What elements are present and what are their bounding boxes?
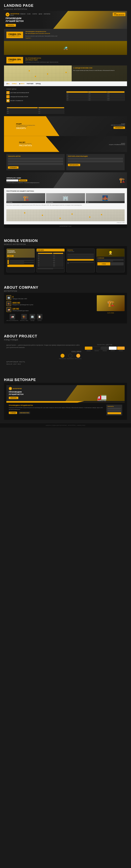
ap-palette-hex-4: #FFFFFF xyxy=(109,350,116,351)
ms-form-field-2[interactable] xyxy=(67,255,94,257)
lp-discount2-text: МЫ ПРОИЗВОДИМ БЕТОН ДЛЯ ЛЮБЫХ ЗАДАЧ Прои… xyxy=(25,57,58,63)
lp-order-btn[interactable]: ЗАКАЗАТЬ xyxy=(6,24,16,27)
ap-palette-item-4: #FFFFFF xyxy=(109,347,116,351)
ms-hero-1: ПРОИЗВОДИМЛУЧШИЙ БЕТОН ЗАКАЗАТЬ xyxy=(6,249,35,258)
lp-nav-item[interactable]: УСЛУГИ xyxy=(32,13,37,14)
lp-partner-3: ◆ ЛОГО xyxy=(19,83,25,85)
lp-catalog-left: 🚚 ДОСТАВКА БЕТОНОМЕШАЛКОЙ 🏗️ АРЕНДА БЕТО… xyxy=(6,91,65,104)
fp-form-mini: ЗАКАЗАТЬ xyxy=(106,405,122,415)
ap-color-swatch-3 xyxy=(76,354,80,358)
lp-discount2-orange: СКИДКА 30% НА БЕТОН xyxy=(6,57,23,63)
ap-palette-item-5: #F5A623 xyxy=(117,347,125,351)
about-machine: 🏗️ xyxy=(97,295,125,311)
about-project-section: ABOUT PROJECT ЛЭНД ПЭЙДЖ Данный проект —… xyxy=(0,331,131,370)
lp-hero-text: ПРОИЗВОДИМ ЛУЧШИЙ БЕТОН ЗАКАЗАТЬ xyxy=(6,17,24,27)
about-icon-4: 📋 СЕРВИС xyxy=(37,314,43,321)
lp-diagonal-desc-1: НАСТОЯЩИЙ БЕТОНОМЕШАЛКА xyxy=(16,125,35,126)
lp-cf-btn[interactable]: ЗАКАЗАТЬ xyxy=(19,180,27,181)
mobile-section-header: MOBILE VERSION MOBILE ИНТЕРПРОМ xyxy=(0,235,131,246)
about-content: 🏢 4 Завода в Москве и МО 🏗️ 4000 М3 Мощн… xyxy=(4,293,127,323)
lp-nav-item[interactable]: ГЛАВНАЯ xyxy=(20,13,25,14)
ms-line-3 xyxy=(9,262,34,263)
fp-hero-bg xyxy=(66,385,125,401)
ms-form-field-1[interactable] xyxy=(67,254,94,255)
fp-mini-field-2[interactable] xyxy=(107,410,121,412)
fp-mini-field-1[interactable] xyxy=(107,408,121,409)
lp-nav-item[interactable]: О НАС xyxy=(27,13,31,14)
ms-stat-1: 4 ЗАВОДА xyxy=(97,262,110,266)
lp-diagonal-content-2: РАСЧЁТ СТОИМОСТИ ЗАКАЗА РАССЧИТАТЬ xyxy=(19,142,32,147)
ap-colors-label-right: COLORS xyxy=(6,350,82,352)
fp-hero-logo: И ИНТЕРПРОМ xyxy=(9,387,24,390)
lp-logo: И ИНТЕРПРОМ БЕТОН xyxy=(6,12,19,17)
lp-diagonal-sub-r-2: АКЦИЯ СТРОЙМАТЕРИАЛЫ xyxy=(109,144,125,145)
lp-partner-5: БРЕНД xyxy=(36,83,41,84)
ap-palette-swatch-3 xyxy=(101,347,108,350)
landing-section-header: LANDING PAGE LANDING ИНТЕРПРОМ xyxy=(0,0,131,11)
lp-form-field-name2[interactable] xyxy=(68,158,123,160)
lp-form-field-phone2[interactable] xyxy=(68,160,123,162)
lp-discount-orange: СКИДКА 15% НА ПЕРВЫЙ ЗАКАЗ xyxy=(6,32,23,38)
lp-diagonal-right-1: АКЦИЯ АВТОБЕТОНОМЕШАЛКА АРЕНДОВАТЬ xyxy=(111,123,125,129)
ms-btn-1[interactable]: ЗАКАЗАТЬ xyxy=(7,255,14,257)
ms-about-line-3 xyxy=(97,261,113,261)
lp-diagonal-right-2: АКЦИЯ АКЦИЯ СТРОЙМАТЕРИАЛЫ xyxy=(109,143,125,145)
ap-right: Палитра цветов #E8A000 #1A1A1A #2A2A2A xyxy=(85,344,125,352)
lp-portfolio-map: г. Москва и МО xyxy=(4,208,127,224)
about-stat-icon-1: 🏢 xyxy=(6,295,11,300)
mobile-title: MOBILE VERSION xyxy=(4,239,127,243)
ap-fonts: REGULAR · LIGHT · BOLD xyxy=(6,364,82,365)
fp-badges: 4 ЗАВОДА 4000 М3/СУТКИ xyxy=(9,412,104,414)
lp-discount2-badge: СКИДКА 30% xyxy=(8,59,21,61)
ms-content-1: 24/7 xyxy=(6,258,35,268)
lp-form-submit-1[interactable]: ОТПРАВИТЬ xyxy=(8,166,19,169)
lp-portfolio: ПОСТРОИЛИ ИЗ НАШЕГО БЕТОНА: 🏗️ ЖК Москва… xyxy=(4,188,127,208)
ms-about-title: О КОМПАНИИ xyxy=(97,257,124,259)
ap-palette-swatch-4 xyxy=(109,347,116,350)
fp-mini-btn[interactable] xyxy=(107,412,121,414)
ap-palette-item-1: #E8A000 xyxy=(85,347,93,351)
ap-color-swatch-2 xyxy=(68,354,72,358)
about-stat-1: 🏢 4 Завода в Москве и МО xyxy=(6,295,95,300)
lp-diagonal-btn-1[interactable]: ЗАКАЗАТЬ xyxy=(16,127,35,129)
lp-form-submit-2[interactable]: ПЕРЕЗВОНИТЬ xyxy=(68,164,80,166)
lp-diagonal-btn-2[interactable]: РАССЧИТАТЬ xyxy=(19,145,32,147)
ms-img-area-4: 👷 xyxy=(97,249,125,257)
final-section-header: НАШ БЕТОНАРЕ xyxy=(0,374,131,383)
about-stat-2: 🏗️ 4000 М3 Мощность производства в сутки xyxy=(6,301,95,306)
lp-discount-sub: НА ПЕРВЫЙ ЗАКАЗ xyxy=(8,35,21,37)
lp-diagonal-btn-r-1[interactable]: АРЕНДОВАТЬ xyxy=(113,127,125,129)
lp-form-field-name[interactable] xyxy=(8,158,63,160)
about-icon-2: 🏗️ АВТОРАСС-ЫВЩ xyxy=(20,314,28,321)
ap-palette-hex-1: #E8A000 xyxy=(85,350,93,351)
lp-nav-item[interactable]: КОНТАКТЫ xyxy=(44,13,50,14)
about-stat-num-3: 100 М3 xyxy=(12,308,29,310)
ms-form-field-3[interactable] xyxy=(67,257,94,259)
lp-logo-text: ИНТЕРПРОМ БЕТОН xyxy=(10,13,19,16)
about-stat-text-2: 4000 М3 Мощность производства в сутки xyxy=(12,302,33,305)
lp-catalog-right: МАРКА ЦЕНА ТИП B152800М200 B203100М250 B… xyxy=(66,91,125,104)
mobile-preview: ПРОИЗВОДИМЛУЧШИЙ БЕТОН ЗАКАЗАТЬ 24/7 xyxy=(4,246,127,275)
ap-color-item-3: #F5A623 xyxy=(75,354,82,359)
about-icon-label-2: АВТОРАСС-ЫВЩ xyxy=(20,320,28,321)
fp-info: ПРОИЗВОДИМ И ПРОДАЁМ БЕТОН Компания ИНТЕ… xyxy=(6,403,125,417)
ms-contact-sub: ОТПРАВЬ ЗАЯВКУ xyxy=(67,251,94,252)
lp-map-pin xyxy=(29,70,30,71)
lp-form-field-volume[interactable] xyxy=(8,163,63,165)
section-divider-2 xyxy=(0,278,131,282)
mobile-screen-4: 👷 О КОМПАНИИ 4 ЗАВОДА xyxy=(96,248,125,272)
about-icon-img-1: 🚛 xyxy=(9,314,15,319)
about-stat-num-1: 4 xyxy=(12,296,27,298)
lp-construction-form: СВЯЗАТЬСЯ С НАМИ ЗАКАЗАТЬ Отправляя форм… xyxy=(6,177,39,183)
ms-form-btn[interactable] xyxy=(67,259,94,260)
ms-cta-1[interactable] xyxy=(7,265,34,267)
lp-nav-item[interactable]: ЦЕНЫ xyxy=(38,13,42,14)
fp-order-btn[interactable]: ЗАКАЗАТЬ xyxy=(9,397,18,399)
ms-row-2 xyxy=(7,262,34,264)
ms-contact-row-1 xyxy=(67,262,94,264)
ms-text-lines-2 xyxy=(9,262,34,264)
ap-colors-heading: COLORS #E8A000 #1A1A1A #F5 xyxy=(6,350,82,359)
ap-palette-label: Палитра цветов xyxy=(85,344,125,345)
lp-cf-field-name[interactable] xyxy=(6,180,18,181)
lp-form-field-phone[interactable] xyxy=(8,160,63,162)
